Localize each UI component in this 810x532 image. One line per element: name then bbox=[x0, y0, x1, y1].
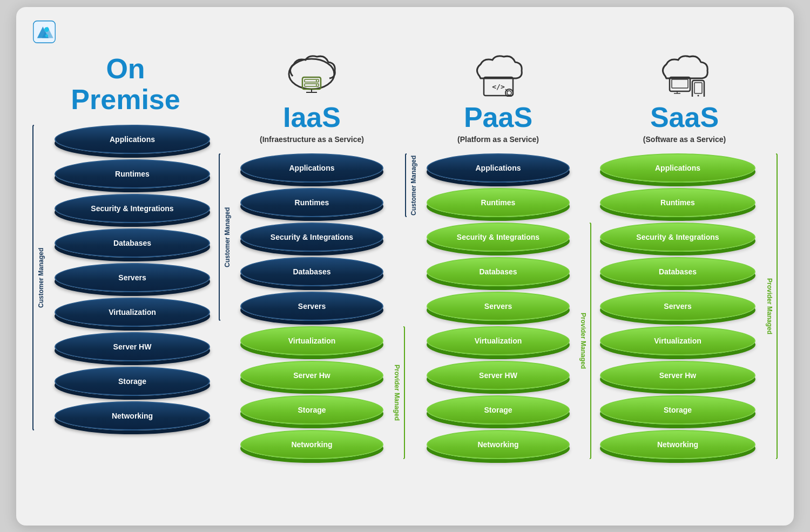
disk-paas-8: Networking bbox=[427, 430, 570, 459]
customer-bracket-paas bbox=[405, 153, 407, 217]
disk-paas-3: Databases bbox=[427, 257, 570, 286]
disk-on-premise-1: Runtimes bbox=[55, 159, 210, 188]
disk-on-premise-2: Security & Integrations bbox=[55, 194, 210, 223]
header bbox=[32, 20, 778, 44]
col-title-on-premise: OnPremise bbox=[71, 53, 180, 115]
stacks-iaas: Customer ManagedApplicationsRuntimesSecu… bbox=[219, 153, 405, 459]
customer-label-on-premise: Customer Managed bbox=[35, 125, 46, 430]
svg-rect-19 bbox=[672, 79, 688, 88]
disk-label-paas-6: Server HW bbox=[479, 371, 517, 380]
disk-label-iaas-8: Networking bbox=[291, 440, 332, 449]
disks-col-saas: ApplicationsRuntimesSecurity & Integrati… bbox=[591, 153, 764, 459]
disk-label-paas-4: Servers bbox=[484, 302, 512, 311]
provider-bracket-saas bbox=[776, 153, 778, 459]
disk-label-on-premise-2: Security & Integrations bbox=[91, 204, 173, 213]
main-card: OnPremiseCustomer ManagedApplicationsRun… bbox=[16, 7, 794, 526]
disk-saas-7: Storage bbox=[600, 395, 755, 425]
disk-paas-6: Server HW bbox=[427, 361, 570, 390]
subtitle-paas: (Platform as a Service) bbox=[457, 135, 539, 144]
disk-paas-1: Runtimes bbox=[427, 188, 570, 217]
disk-iaas-2: Security & Integrations bbox=[240, 223, 384, 252]
stacks-paas: Customer ManagedApplicationsRuntimesSecu… bbox=[405, 153, 591, 459]
stacks-saas: ApplicationsRuntimesSecurity & Integrati… bbox=[591, 153, 778, 459]
disk-label-saas-4: Servers bbox=[664, 302, 691, 311]
svg-point-4 bbox=[45, 34, 48, 37]
disk-on-premise-8: Networking bbox=[55, 401, 210, 430]
disk-iaas-6: Server Hw bbox=[240, 361, 384, 390]
disk-saas-4: Servers bbox=[600, 292, 755, 321]
column-saas: SaaS(Software as a Service)ApplicationsR… bbox=[591, 53, 778, 459]
disk-label-saas-5: Virtualization bbox=[654, 336, 701, 345]
customer-bracket-on-premise bbox=[32, 125, 34, 430]
subtitle-iaas: (Infraestructure as a Service) bbox=[260, 135, 364, 144]
svg-point-9 bbox=[316, 80, 317, 81]
disk-paas-2: Security & Integrations bbox=[427, 223, 570, 252]
svg-point-16 bbox=[507, 91, 511, 95]
provider-label-paas: Provider Managed bbox=[578, 223, 589, 459]
disk-on-premise-0: Applications bbox=[55, 125, 210, 154]
customer-label-paas: Customer Managed bbox=[408, 153, 418, 217]
disk-label-iaas-4: Servers bbox=[298, 302, 326, 311]
col-title-paas: </> PaaS(Platform as a Service) bbox=[457, 53, 539, 144]
subtitle-saas: (Software as a Service) bbox=[643, 135, 726, 144]
logo bbox=[32, 20, 60, 44]
disk-saas-5: Virtualization bbox=[600, 326, 755, 355]
main-content: OnPremiseCustomer ManagedApplicationsRun… bbox=[32, 53, 778, 459]
disk-label-saas-1: Runtimes bbox=[660, 198, 695, 207]
svg-point-5 bbox=[289, 59, 334, 89]
disk-paas-0: Applications bbox=[427, 153, 570, 183]
disk-iaas-5: Virtualization bbox=[240, 326, 384, 355]
disk-label-paas-7: Storage bbox=[484, 406, 512, 414]
disk-label-iaas-6: Server Hw bbox=[293, 371, 330, 380]
disk-label-iaas-0: Applications bbox=[289, 164, 334, 172]
disk-label-saas-0: Applications bbox=[655, 164, 700, 172]
disk-label-on-premise-0: Applications bbox=[110, 135, 155, 144]
disk-label-on-premise-1: Runtimes bbox=[115, 170, 150, 178]
disk-paas-4: Servers bbox=[427, 292, 570, 321]
disk-label-saas-6: Server Hw bbox=[659, 371, 696, 380]
svg-point-3 bbox=[44, 27, 49, 32]
disk-label-iaas-5: Virtualization bbox=[288, 336, 336, 345]
logo-icon bbox=[32, 20, 56, 44]
column-on-premise: OnPremiseCustomer ManagedApplicationsRun… bbox=[32, 53, 219, 430]
disk-label-saas-7: Storage bbox=[664, 406, 692, 414]
svg-point-10 bbox=[316, 84, 317, 85]
disk-label-on-premise-4: Servers bbox=[118, 273, 146, 282]
disk-saas-8: Networking bbox=[600, 430, 755, 459]
disk-iaas-4: Servers bbox=[240, 292, 384, 321]
disk-saas-1: Runtimes bbox=[600, 188, 755, 217]
cloud-icon-paas: </> bbox=[469, 53, 528, 99]
cloud-icon-saas bbox=[654, 53, 714, 99]
disks-col-paas: ApplicationsRuntimesSecurity & Integrati… bbox=[418, 153, 578, 459]
disk-on-premise-3: Databases bbox=[55, 228, 210, 258]
svg-point-24 bbox=[698, 95, 699, 96]
disk-iaas-8: Networking bbox=[240, 430, 384, 459]
disk-label-iaas-1: Runtimes bbox=[295, 198, 329, 207]
disk-label-on-premise-5: Virtualization bbox=[109, 308, 156, 316]
disk-label-on-premise-6: Server HW bbox=[113, 342, 152, 351]
disk-label-iaas-2: Security & Integrations bbox=[271, 233, 353, 241]
disk-label-saas-8: Networking bbox=[657, 440, 698, 449]
disks-col-iaas: ApplicationsRuntimesSecurity & Integrati… bbox=[232, 153, 392, 459]
disk-label-paas-2: Security & Integrations bbox=[457, 233, 539, 241]
disk-iaas-0: Applications bbox=[240, 153, 384, 183]
customer-bracket-iaas bbox=[219, 153, 220, 321]
disk-paas-5: Virtualization bbox=[427, 326, 570, 355]
disk-on-premise-7: Storage bbox=[55, 367, 210, 396]
main-title-on-premise: OnPremise bbox=[71, 53, 180, 115]
disk-on-premise-4: Servers bbox=[55, 263, 210, 292]
disk-label-on-premise-7: Storage bbox=[118, 377, 146, 386]
col-title-iaas: IaaS(Infraestructure as a Service) bbox=[260, 53, 364, 144]
disk-saas-0: Applications bbox=[600, 153, 755, 183]
provider-label-iaas: Provider Managed bbox=[392, 326, 402, 459]
disk-iaas-7: Storage bbox=[240, 395, 384, 425]
disk-label-iaas-7: Storage bbox=[298, 406, 326, 414]
disk-paas-7: Storage bbox=[427, 395, 570, 425]
svg-text:</>: </> bbox=[492, 83, 505, 91]
disk-label-paas-0: Applications bbox=[475, 164, 521, 172]
disk-label-paas-8: Networking bbox=[477, 440, 518, 449]
disk-saas-2: Security & Integrations bbox=[600, 223, 755, 252]
disk-label-paas-3: Databases bbox=[479, 267, 517, 276]
disk-label-iaas-3: Databases bbox=[293, 267, 330, 276]
disk-saas-6: Server Hw bbox=[600, 361, 755, 390]
